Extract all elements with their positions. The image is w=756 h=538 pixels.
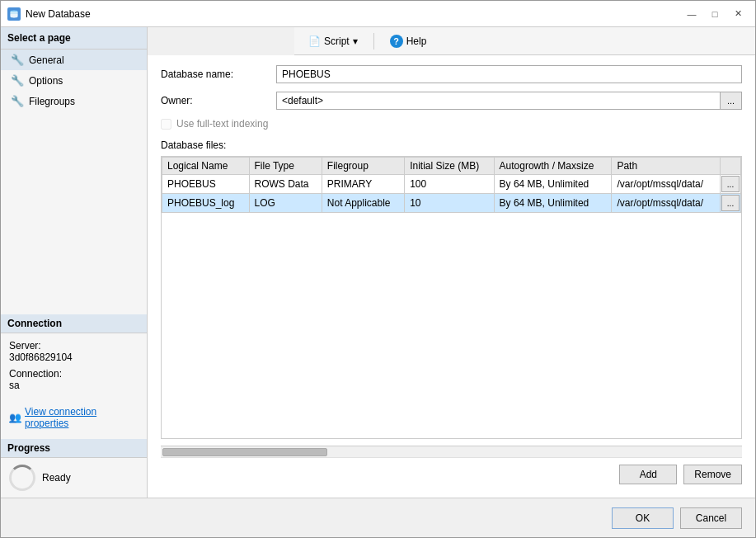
cell-initial-size[interactable]: 10 bbox=[405, 194, 494, 213]
title-bar: New Database — □ ✕ bbox=[1, 1, 755, 27]
title-bar-left: New Database bbox=[7, 7, 91, 21]
col-autogrowth: Autogrowth / Maxsize bbox=[494, 158, 612, 175]
cell-logical-name[interactable]: PHOEBUS bbox=[162, 175, 250, 194]
db-name-input[interactable] bbox=[276, 65, 742, 83]
db-files-table-area[interactable]: Logical Name File Type Filegroup Initial… bbox=[161, 156, 742, 439]
help-icon: ? bbox=[390, 35, 403, 48]
content-area: Database name: Owner: ... Use full-text … bbox=[148, 55, 755, 498]
col-initial-size: Initial Size (MB) bbox=[405, 158, 494, 175]
cell-file-type[interactable]: LOG bbox=[249, 194, 322, 213]
owner-label: Owner: bbox=[161, 95, 276, 106]
fulltext-label: Use full-text indexing bbox=[176, 118, 268, 130]
help-label: Help bbox=[406, 35, 427, 47]
db-name-label: Database name: bbox=[161, 68, 276, 80]
cell-file-type[interactable]: ROWS Data bbox=[249, 175, 322, 194]
fulltext-checkbox[interactable] bbox=[161, 119, 171, 130]
script-label: Script bbox=[324, 35, 350, 47]
cell-path[interactable]: /var/opt/mssql/data/ bbox=[612, 194, 721, 213]
script-icon: 📄 bbox=[308, 35, 321, 47]
path-browse-button[interactable]: ... bbox=[721, 176, 740, 192]
sidebar-item-filegroups[interactable]: 🔧 Filegroups bbox=[1, 91, 147, 111]
cell-logical-name[interactable]: PHOEBUS_log bbox=[162, 194, 250, 213]
cell-autogrowth[interactable]: By 64 MB, Unlimited bbox=[494, 194, 612, 213]
owner-input-group: ... bbox=[276, 92, 742, 110]
server-label: Server: bbox=[9, 340, 139, 352]
col-path-browse bbox=[721, 158, 741, 175]
close-button[interactable]: ✕ bbox=[727, 6, 749, 22]
main-content: Select a page 🔧 General 🔧 Options 🔧 File… bbox=[1, 27, 755, 498]
cancel-button[interactable]: Cancel bbox=[680, 507, 742, 529]
action-buttons: Add Remove bbox=[161, 457, 742, 488]
sidebar-header: Select a page bbox=[1, 27, 147, 50]
db-name-row: Database name: bbox=[161, 65, 742, 83]
progress-status: Ready bbox=[42, 472, 71, 484]
db-files-label: Database files: bbox=[161, 139, 742, 151]
db-files-table: Logical Name File Type Filegroup Initial… bbox=[162, 157, 741, 213]
sidebar-label-options: Options bbox=[29, 75, 63, 87]
fulltext-row: Use full-text indexing bbox=[161, 118, 742, 130]
owner-browse-button[interactable]: ... bbox=[721, 92, 742, 110]
connection-icon: 👥 bbox=[9, 412, 21, 423]
cell-filegroup[interactable]: Not Applicable bbox=[322, 194, 404, 213]
window-title: New Database bbox=[26, 8, 91, 20]
col-path: Path bbox=[612, 158, 721, 175]
connection-section-header: Connection bbox=[1, 314, 147, 333]
script-dropdown-icon: ▾ bbox=[353, 35, 358, 47]
connection-value: sa bbox=[9, 380, 139, 391]
sidebar-item-options[interactable]: 🔧 Options bbox=[1, 70, 147, 91]
sidebar: Select a page 🔧 General 🔧 Options 🔧 File… bbox=[1, 27, 148, 498]
database-icon bbox=[7, 7, 21, 21]
remove-button[interactable]: Remove bbox=[683, 465, 742, 484]
progress-spinner bbox=[9, 465, 35, 491]
cell-path[interactable]: /var/opt/mssql/data/ bbox=[612, 175, 721, 194]
ok-button[interactable]: OK bbox=[612, 507, 674, 529]
wrench-icon-options: 🔧 bbox=[11, 74, 24, 87]
new-database-window: New Database — □ ✕ Select a page 🔧 Gener… bbox=[0, 0, 756, 538]
sidebar-label-filegroups: Filegroups bbox=[29, 96, 75, 107]
maximize-button[interactable]: □ bbox=[704, 6, 725, 22]
col-logical-name: Logical Name bbox=[162, 158, 250, 175]
add-button[interactable]: Add bbox=[619, 465, 677, 484]
progress-section-header: Progress bbox=[1, 439, 147, 458]
minimize-button[interactable]: — bbox=[681, 6, 702, 22]
col-filegroup: Filegroup bbox=[322, 158, 404, 175]
horizontal-scrollbar[interactable] bbox=[161, 446, 742, 457]
cell-path-browse[interactable]: ... bbox=[721, 194, 741, 213]
cell-path-browse[interactable]: ... bbox=[721, 175, 741, 194]
owner-row: Owner: ... bbox=[161, 92, 742, 110]
cell-autogrowth[interactable]: By 64 MB, Unlimited bbox=[494, 175, 612, 194]
table-row[interactable]: PHOEBUS_logLOGNot Applicable10By 64 MB, … bbox=[162, 194, 741, 213]
help-button[interactable]: ? Help bbox=[383, 31, 434, 51]
progress-area: Ready bbox=[1, 458, 147, 498]
bottom-bar: OK Cancel bbox=[1, 498, 755, 537]
owner-input[interactable] bbox=[276, 92, 721, 110]
server-value: 3d0f86829104 bbox=[9, 352, 139, 363]
table-row[interactable]: PHOEBUSROWS DataPRIMARY100By 64 MB, Unli… bbox=[162, 175, 741, 194]
col-file-type: File Type bbox=[249, 158, 322, 175]
wrench-icon-filegroups: 🔧 bbox=[11, 95, 24, 107]
wrench-icon: 🔧 bbox=[11, 54, 24, 66]
view-connection-properties-link[interactable]: 👥 View connection properties bbox=[1, 403, 147, 432]
toolbar-separator bbox=[373, 33, 374, 50]
window-controls: — □ ✕ bbox=[681, 6, 749, 22]
path-browse-button[interactable]: ... bbox=[721, 195, 740, 211]
sidebar-label-general: General bbox=[29, 54, 64, 66]
table-header-row: Logical Name File Type Filegroup Initial… bbox=[162, 158, 741, 175]
cell-initial-size[interactable]: 100 bbox=[405, 175, 494, 194]
sidebar-item-general[interactable]: 🔧 General bbox=[1, 50, 147, 70]
toolbar: 📄 Script ▾ ? Help bbox=[294, 27, 755, 55]
scrollbar-thumb[interactable] bbox=[162, 448, 327, 456]
script-button[interactable]: 📄 Script ▾ bbox=[301, 32, 365, 50]
cell-filegroup[interactable]: PRIMARY bbox=[322, 175, 404, 194]
connection-label: Connection: bbox=[9, 368, 139, 380]
connection-info: Server: 3d0f86829104 Connection: sa bbox=[1, 333, 147, 403]
